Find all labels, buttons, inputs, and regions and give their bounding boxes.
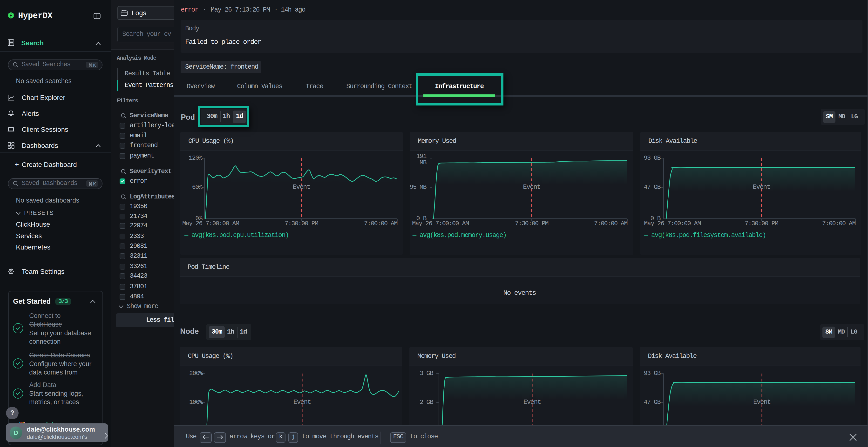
svg-text:K: K (93, 181, 96, 186)
svg-text:K: K (93, 63, 96, 68)
